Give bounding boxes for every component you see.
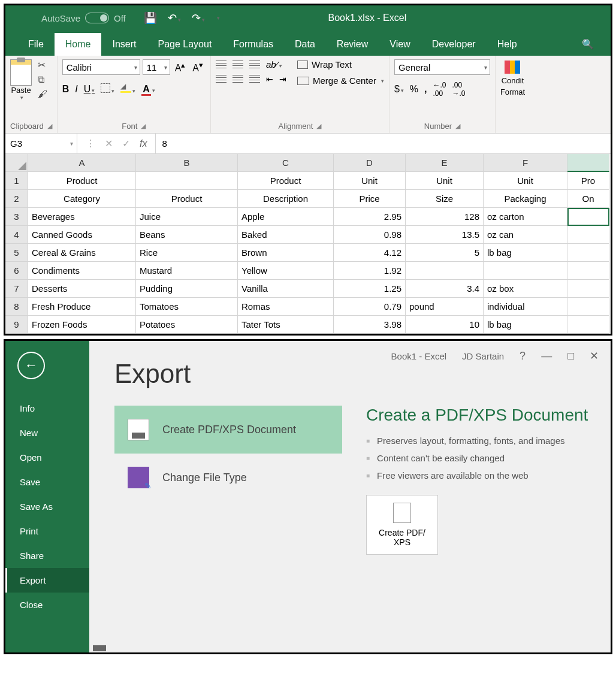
cell[interactable]: 5 [406,244,484,262]
orientation-icon[interactable]: ab⁄▾ [266,59,282,70]
paste-button[interactable]: Paste ▾ [10,59,32,101]
cell[interactable]: Condiments [28,262,136,280]
tab-developer[interactable]: Developer [421,33,487,56]
align-top-icon[interactable] [216,61,227,69]
increase-decimal-icon[interactable]: ←.0.00 [433,81,446,98]
backstage-item-open[interactable]: Open [5,445,89,470]
cell[interactable] [567,280,609,298]
align-middle-icon[interactable] [232,61,243,69]
cell[interactable]: 1.92 [334,262,406,280]
backstage-item-export[interactable]: Export [5,568,89,593]
decrease-indent-icon[interactable]: ⇤ [266,74,273,84]
cell[interactable]: Size [406,190,484,208]
options-icon[interactable]: ⋮ [86,138,95,149]
cell[interactable]: 0.98 [334,226,406,244]
tab-file[interactable]: File [17,33,55,56]
cell[interactable]: Brown [238,244,334,262]
conditional-formatting-button[interactable]: Condit Format [500,59,525,96]
font-color-button[interactable]: A▾ [141,84,155,95]
cut-icon[interactable]: ✂ [38,59,47,71]
row-header[interactable]: 7 [5,280,28,298]
column-header-B[interactable]: B [136,154,238,172]
tab-view[interactable]: View [379,33,421,56]
cell[interactable]: Product [238,172,334,190]
row-header[interactable]: 5 [5,244,28,262]
insert-function-icon[interactable]: fx [140,138,147,149]
cell[interactable]: Pro [567,172,609,190]
cell[interactable]: oz box [484,280,567,298]
percent-format-icon[interactable]: % [410,84,418,95]
minimize-icon[interactable]: — [541,350,552,362]
align-right-icon[interactable] [249,75,260,83]
tab-help[interactable]: Help [487,33,528,56]
format-painter-icon[interactable]: 🖌 [38,89,47,99]
column-header-A[interactable]: A [28,154,136,172]
underline-button[interactable]: U▾ [84,84,95,95]
cell[interactable]: 3.4 [406,280,484,298]
cell[interactable]: Fresh Produce [28,298,136,316]
cell[interactable]: 13.5 [406,226,484,244]
cell[interactable]: 3.98 [334,316,406,334]
tab-insert[interactable]: Insert [101,33,147,56]
font-name-combo[interactable]: Calibri [62,59,140,75]
align-center-icon[interactable] [232,75,243,83]
row-header[interactable]: 8 [5,298,28,316]
backstage-item-new[interactable]: New [5,421,89,445]
row-header[interactable]: 3 [5,208,28,226]
bold-button[interactable]: B [62,84,70,95]
cell[interactable] [567,208,609,226]
formula-input[interactable]: 8 [156,134,611,153]
dialog-launcher-icon[interactable]: ◢ [47,122,52,130]
cell[interactable]: 0.79 [334,298,406,316]
cell[interactable]: lb bag [484,316,567,334]
cancel-icon[interactable]: ✕ [105,138,113,149]
cell[interactable]: Tater Tots [238,316,334,334]
cell[interactable]: Price [334,190,406,208]
cell[interactable] [484,262,567,280]
cell[interactable]: individual [484,298,567,316]
column-header-E[interactable]: E [406,154,484,172]
cell[interactable]: Description [238,190,334,208]
cell[interactable]: Romas [238,298,334,316]
backstage-item-save-as[interactable]: Save As [5,494,89,519]
dialog-launcher-icon[interactable]: ◢ [455,122,460,130]
cell[interactable] [567,316,609,334]
backstage-item-save[interactable]: Save [5,470,89,494]
export-option-pdf[interactable]: Create PDF/XPS Document [114,406,342,454]
cell[interactable]: Potatoes [136,316,238,334]
maximize-icon[interactable]: □ [567,350,574,362]
cell[interactable]: Unit [484,172,567,190]
cell[interactable]: oz carton [484,208,567,226]
cell[interactable]: Rice [136,244,238,262]
cell[interactable]: pound [406,298,484,316]
row-header[interactable]: 2 [5,190,28,208]
spreadsheet-grid[interactable]: ABCDEF1ProductProductUnitUnitUnitPro2Cat… [5,154,611,334]
increase-indent-icon[interactable]: ⇥ [279,74,286,84]
decrease-font-icon[interactable]: A▾ [190,61,206,74]
tab-home[interactable]: Home [55,33,102,56]
cell[interactable]: Unit [334,172,406,190]
wrap-text-button[interactable]: Wrap Text [297,59,384,70]
back-button[interactable]: ← [17,352,45,379]
font-size-combo[interactable]: 11 [143,59,170,75]
cell[interactable]: Product [136,190,238,208]
cell[interactable] [406,262,484,280]
column-header-F[interactable]: F [484,154,567,172]
accounting-format-icon[interactable]: $▾ [394,84,404,95]
column-header-C[interactable]: C [238,154,334,172]
italic-button[interactable]: I [75,84,77,95]
increase-font-icon[interactable]: A▴ [173,61,188,74]
cell[interactable]: Canned Goods [28,226,136,244]
row-header[interactable]: 9 [5,316,28,334]
column-header-G[interactable] [567,154,609,172]
autosave-toggle[interactable]: AutoSave Off [41,13,126,23]
cell[interactable]: Beans [136,226,238,244]
cell[interactable]: On [567,190,609,208]
tab-data[interactable]: Data [284,33,326,56]
cell[interactable]: Desserts [28,280,136,298]
cell[interactable]: Vanilla [238,280,334,298]
align-left-icon[interactable] [216,75,227,83]
export-option-change-file-type[interactable]: Change File Type [114,454,342,501]
cell[interactable]: Baked [238,226,334,244]
copy-icon[interactable]: ⧉ [38,74,47,85]
